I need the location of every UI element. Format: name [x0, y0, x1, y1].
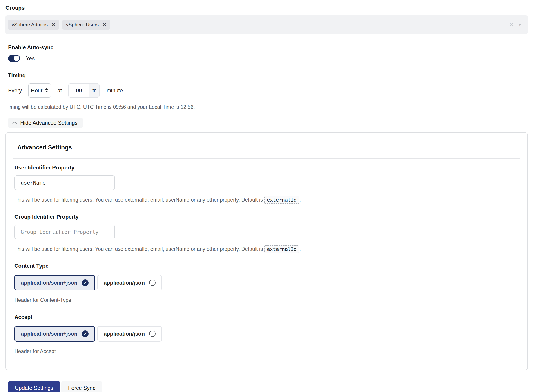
chevron-up-icon: [12, 121, 17, 125]
timing-unit-value: Hour: [31, 87, 42, 94]
timing-row: Every Hour at th minute: [8, 83, 530, 98]
externalid-code-chip: externalId: [264, 196, 299, 204]
accept-options: application/scim+json ✓ application/json: [14, 326, 520, 342]
advanced-settings-panel: Advanced Settings User Identifier Proper…: [5, 132, 528, 370]
radio-circle-icon: [149, 280, 156, 286]
content-type-option-scim-json[interactable]: application/scim+json ✓: [14, 275, 95, 290]
content-type-helper: Header for Content-Type: [14, 296, 520, 304]
hide-advanced-settings-label: Hide Advanced Settings: [20, 120, 78, 126]
user-identifier-input[interactable]: [14, 175, 115, 190]
group-chips: vSphere Admins ✕ vSphere Users ✕: [8, 20, 110, 30]
advanced-settings-title: Advanced Settings: [17, 144, 520, 151]
accept-label: Accept: [14, 314, 520, 320]
advanced-settings-body: User Identifier Property This will be us…: [14, 164, 520, 355]
externalid-code-chip: externalId: [264, 245, 299, 253]
content-type-options: application/scim+json ✓ application/json: [14, 275, 520, 290]
choice-label: application/json: [104, 331, 145, 337]
select-spinner-icon: [45, 87, 49, 94]
update-settings-button[interactable]: Update Settings: [8, 381, 60, 392]
user-identifier-label: User Identifier Property: [14, 164, 520, 171]
chip-label: vSphere Admins: [12, 22, 48, 28]
at-label: at: [57, 87, 62, 94]
force-sync-button[interactable]: Force Sync: [61, 381, 102, 392]
accept-option-scim-json[interactable]: application/scim+json ✓: [14, 326, 95, 342]
choice-label: application/json: [104, 280, 145, 286]
minute-input-group: th: [68, 83, 100, 98]
group-chip-vsphere-users: vSphere Users ✕: [62, 20, 110, 30]
form-actions: Update Settings Force Sync: [8, 381, 530, 392]
hide-advanced-settings-button[interactable]: Hide Advanced Settings: [8, 118, 83, 128]
toggle-knob: [14, 56, 19, 61]
accept-helper: Header for Accept: [14, 347, 520, 355]
clear-all-icon[interactable]: ✕: [509, 22, 514, 28]
check-circle-icon: ✓: [82, 279, 88, 286]
accept-option-json[interactable]: application/json: [97, 326, 162, 342]
auto-sync-label: Enable Auto-sync: [8, 44, 530, 51]
auto-sync-state-label: Yes: [26, 55, 35, 62]
minute-input[interactable]: [69, 84, 89, 97]
radio-circle-icon: [149, 331, 156, 337]
choice-label: application/scim+json: [21, 280, 77, 286]
divider: [13, 158, 520, 159]
check-circle-icon: ✓: [82, 330, 88, 337]
remove-chip-icon[interactable]: ✕: [102, 22, 106, 28]
content-type-option-json[interactable]: application/json: [97, 275, 162, 290]
groups-multiselect[interactable]: vSphere Admins ✕ vSphere Users ✕ ✕ ▼: [5, 15, 528, 34]
group-identifier-helper: This will be used for filtering users. Y…: [14, 245, 520, 253]
timing-unit-select[interactable]: Hour: [28, 83, 51, 98]
group-chip-vsphere-admins: vSphere Admins ✕: [8, 20, 59, 30]
choice-label: application/scim+json: [21, 331, 77, 337]
auto-sync-toggle[interactable]: [8, 55, 20, 62]
minute-suffix: th: [89, 84, 99, 97]
groups-label: Groups: [5, 5, 530, 11]
timing-helper-text: Timing will be calculated by UTC. UTC Ti…: [5, 104, 530, 111]
user-identifier-helper: This will be used for filtering users. Y…: [14, 196, 520, 204]
every-label: Every: [8, 87, 22, 94]
timing-label: Timing: [8, 72, 530, 79]
group-identifier-input[interactable]: [14, 224, 115, 239]
multiselect-controls: ✕ ▼: [509, 22, 522, 28]
dropdown-caret-icon[interactable]: ▼: [518, 22, 522, 27]
chip-label: vSphere Users: [66, 22, 99, 28]
minute-word: minute: [107, 87, 123, 94]
auto-sync-row: Yes: [8, 55, 530, 62]
content-type-label: Content Type: [14, 263, 520, 269]
sync-settings-page: Groups vSphere Admins ✕ vSphere Users ✕ …: [0, 0, 535, 392]
remove-chip-icon[interactable]: ✕: [51, 22, 55, 28]
group-identifier-label: Group Identifier Property: [14, 214, 520, 220]
